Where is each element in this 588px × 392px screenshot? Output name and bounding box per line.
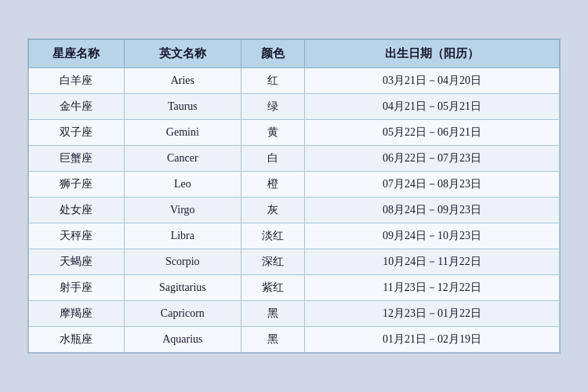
cell-en: Cancer [124, 146, 241, 172]
cell-cn: 射手座 [29, 275, 125, 301]
cell-color: 黄 [241, 120, 304, 146]
table-row: 处女座Virgo灰08月24日－09月23日 [29, 198, 560, 223]
cell-cn: 双子座 [29, 120, 125, 146]
table-row: 双子座Gemini黄05月22日－06月21日 [29, 120, 560, 146]
header-en: 英文名称 [124, 40, 241, 68]
cell-en: Aquarius [124, 327, 241, 353]
header-date: 出生日期（阳历） [305, 40, 560, 68]
header-color: 颜色 [241, 40, 304, 68]
cell-color: 深红 [241, 249, 304, 275]
header-cn: 星座名称 [29, 40, 125, 68]
cell-color: 淡红 [241, 223, 304, 249]
cell-date: 01月21日－02月19日 [305, 327, 560, 353]
table-row: 狮子座Leo橙07月24日－08月23日 [29, 172, 560, 198]
cell-cn: 金牛座 [29, 94, 125, 120]
cell-color: 紫红 [241, 275, 304, 301]
table-row: 金牛座Taurus绿04月21日－05月21日 [29, 94, 560, 120]
table-row: 巨蟹座Cancer白06月22日－07月23日 [29, 146, 560, 172]
cell-en: Aries [124, 68, 241, 94]
cell-cn: 狮子座 [29, 172, 125, 198]
cell-color: 红 [241, 68, 304, 94]
cell-cn: 水瓶座 [29, 327, 125, 353]
cell-date: 09月24日－10月23日 [305, 223, 560, 249]
zodiac-table-container: 星座名称 英文名称 颜色 出生日期（阳历） 白羊座Aries红03月21日－04… [27, 38, 561, 354]
cell-en: Sagittarius [124, 275, 241, 301]
cell-date: 04月21日－05月21日 [305, 94, 560, 120]
cell-color: 黑 [241, 301, 304, 327]
table-row: 白羊座Aries红03月21日－04月20日 [29, 68, 560, 94]
cell-en: Gemini [124, 120, 241, 146]
cell-date: 10月24日－11月22日 [305, 249, 560, 275]
table-row: 水瓶座Aquarius黑01月21日－02月19日 [29, 327, 560, 353]
table-row: 天蝎座Scorpio深红10月24日－11月22日 [29, 249, 560, 275]
zodiac-table: 星座名称 英文名称 颜色 出生日期（阳历） 白羊座Aries红03月21日－04… [28, 39, 560, 353]
cell-cn: 天秤座 [29, 223, 125, 249]
cell-cn: 巨蟹座 [29, 146, 125, 172]
cell-cn: 处女座 [29, 198, 125, 223]
cell-color: 灰 [241, 198, 304, 223]
cell-cn: 摩羯座 [29, 301, 125, 327]
table-row: 摩羯座Capricorn黑12月23日－01月22日 [29, 301, 560, 327]
cell-date: 05月22日－06月21日 [305, 120, 560, 146]
table-body: 白羊座Aries红03月21日－04月20日金牛座Taurus绿04月21日－0… [29, 68, 560, 353]
cell-en: Libra [124, 223, 241, 249]
cell-date: 06月22日－07月23日 [305, 146, 560, 172]
cell-date: 07月24日－08月23日 [305, 172, 560, 198]
cell-date: 08月24日－09月23日 [305, 198, 560, 223]
cell-color: 黑 [241, 327, 304, 353]
cell-color: 绿 [241, 94, 304, 120]
cell-en: Scorpio [124, 249, 241, 275]
cell-en: Virgo [124, 198, 241, 223]
cell-date: 12月23日－01月22日 [305, 301, 560, 327]
cell-color: 白 [241, 146, 304, 172]
table-row: 天秤座Libra淡红09月24日－10月23日 [29, 223, 560, 249]
cell-cn: 白羊座 [29, 68, 125, 94]
cell-cn: 天蝎座 [29, 249, 125, 275]
table-header-row: 星座名称 英文名称 颜色 出生日期（阳历） [29, 40, 560, 68]
table-row: 射手座Sagittarius紫红11月23日－12月22日 [29, 275, 560, 301]
cell-en: Capricorn [124, 301, 241, 327]
cell-date: 03月21日－04月20日 [305, 68, 560, 94]
cell-color: 橙 [241, 172, 304, 198]
cell-en: Leo [124, 172, 241, 198]
cell-en: Taurus [124, 94, 241, 120]
cell-date: 11月23日－12月22日 [305, 275, 560, 301]
